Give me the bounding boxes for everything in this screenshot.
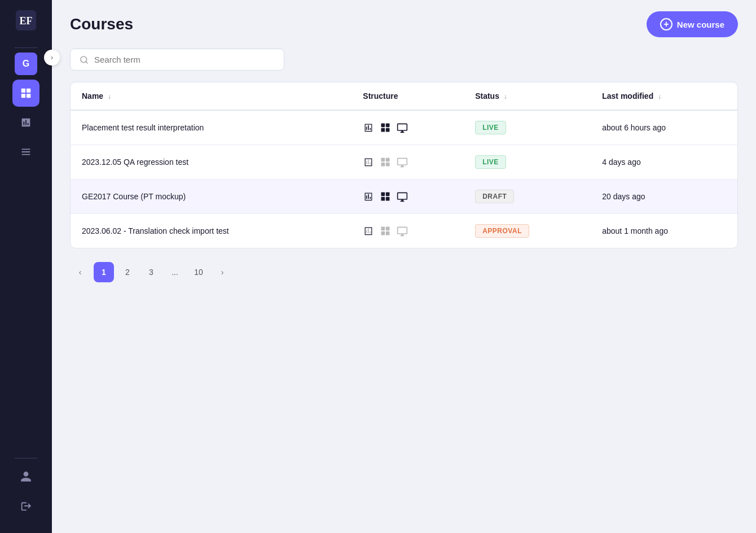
search-wrapper xyxy=(70,49,738,71)
svg-rect-2 xyxy=(21,89,25,93)
page-10-button[interactable]: 10 xyxy=(188,262,209,282)
sidebar-item-reports[interactable] xyxy=(12,109,39,136)
svg-text:EF: EF xyxy=(19,15,32,27)
sidebar-collapse-button[interactable]: › xyxy=(44,50,60,65)
sidebar-item-library[interactable] xyxy=(12,138,39,165)
avatar[interactable]: G xyxy=(15,53,37,75)
status-badge: LIVE xyxy=(475,121,506,134)
header: Courses + New course xyxy=(52,0,756,49)
next-page-button[interactable]: › xyxy=(212,262,232,282)
name-sort-icon: ↓ xyxy=(108,93,111,101)
last-modified-sort-icon: ↓ xyxy=(658,93,661,101)
svg-rect-19 xyxy=(386,197,390,201)
profile-icon xyxy=(20,470,32,483)
course-last-modified: about 6 hours ago xyxy=(591,110,737,145)
svg-rect-10 xyxy=(381,128,385,132)
plus-icon: + xyxy=(660,18,673,30)
svg-rect-15 xyxy=(386,163,390,167)
course-structure xyxy=(351,214,464,248)
table-row[interactable]: GE2017 Course (PT mockup)DRAFT20 days ag… xyxy=(71,180,737,214)
course-status: APPROVAL xyxy=(464,214,591,248)
page-3-button[interactable]: 3 xyxy=(141,262,161,282)
bar-chart-icon xyxy=(363,191,374,202)
col-structure: Structure xyxy=(351,82,464,110)
sidebar-item-logout[interactable] xyxy=(12,492,39,519)
sidebar-item-courses[interactable] xyxy=(12,80,39,107)
svg-rect-23 xyxy=(386,231,390,235)
pagination-dots: ... xyxy=(165,262,185,282)
sidebar-bottom-nav xyxy=(12,463,39,526)
logo: EF xyxy=(12,7,39,34)
svg-rect-18 xyxy=(381,197,385,201)
col-last-modified[interactable]: Last modified ↓ xyxy=(591,82,737,110)
svg-rect-3 xyxy=(27,89,30,93)
svg-rect-9 xyxy=(386,124,390,128)
grid-icon xyxy=(380,225,391,237)
page-1-button[interactable]: 1 xyxy=(94,262,114,282)
new-course-label: New course xyxy=(677,20,724,29)
col-name[interactable]: Name ↓ xyxy=(71,82,351,110)
monitor-icon xyxy=(397,225,408,237)
table-row[interactable]: Placement test result interpretationLIVE… xyxy=(71,110,737,145)
course-last-modified: 20 days ago xyxy=(591,180,737,214)
monitor-icon xyxy=(397,191,408,202)
table: Name ↓ Structure Status ↓ Last modified xyxy=(71,82,737,248)
status-badge: LIVE xyxy=(475,155,506,169)
svg-rect-5 xyxy=(27,94,30,98)
svg-rect-13 xyxy=(386,158,390,162)
courses-icon xyxy=(20,87,32,99)
grid-icon xyxy=(380,156,391,168)
svg-rect-11 xyxy=(386,128,390,132)
status-sort-icon: ↓ xyxy=(504,93,507,101)
svg-rect-20 xyxy=(381,227,385,231)
svg-rect-21 xyxy=(386,227,390,231)
course-status: DRAFT xyxy=(464,180,591,214)
pagination: ‹ 1 2 3 ... 10 › xyxy=(70,262,738,282)
sidebar: EF › G xyxy=(0,0,52,533)
svg-rect-4 xyxy=(21,94,25,98)
prev-page-button[interactable]: ‹ xyxy=(70,262,90,282)
table-body: Placement test result interpretationLIVE… xyxy=(71,110,737,248)
sidebar-item-profile[interactable] xyxy=(12,463,39,490)
sidebar-nav xyxy=(0,80,52,458)
content-area: Name ↓ Structure Status ↓ Last modified xyxy=(52,49,756,533)
library-icon xyxy=(20,146,32,158)
col-status[interactable]: Status ↓ xyxy=(464,82,591,110)
svg-rect-12 xyxy=(381,158,385,162)
status-badge: APPROVAL xyxy=(475,224,529,238)
search-input[interactable] xyxy=(94,55,275,64)
table-row[interactable]: 2023.06.02 - Translation check import te… xyxy=(71,214,737,248)
svg-rect-22 xyxy=(381,231,385,235)
monitor-icon xyxy=(397,122,408,133)
svg-rect-14 xyxy=(381,163,385,167)
course-last-modified: about 1 month ago xyxy=(591,214,737,248)
svg-rect-16 xyxy=(381,193,385,196)
table-header: Name ↓ Structure Status ↓ Last modified xyxy=(71,82,737,110)
svg-rect-8 xyxy=(381,124,385,128)
course-structure xyxy=(351,180,464,214)
grid-icon xyxy=(380,191,391,202)
grid-icon xyxy=(380,122,391,133)
monitor-icon xyxy=(397,156,408,168)
new-course-button[interactable]: + New course xyxy=(647,11,738,37)
course-name: GE2017 Course (PT mockup) xyxy=(71,180,351,214)
course-last-modified: 4 days ago xyxy=(591,145,737,180)
page-2-button[interactable]: 2 xyxy=(117,262,138,282)
main-content: Courses + New course Name xyxy=(52,0,756,533)
svg-rect-17 xyxy=(386,193,390,196)
course-structure xyxy=(351,110,464,145)
logout-icon xyxy=(20,500,32,512)
courses-table: Name ↓ Structure Status ↓ Last modified xyxy=(70,82,738,248)
course-name: Placement test result interpretation xyxy=(71,110,351,145)
svg-line-7 xyxy=(86,62,87,63)
course-status: LIVE xyxy=(464,145,591,180)
sidebar-divider-top xyxy=(15,47,37,48)
sidebar-divider-bottom xyxy=(15,458,37,458)
bar-chart-icon xyxy=(363,122,374,133)
course-status: LIVE xyxy=(464,110,591,145)
course-name: 2023.12.05 QA regression test xyxy=(71,145,351,180)
table-row[interactable]: 2023.12.05 QA regression testLIVE4 days … xyxy=(71,145,737,180)
course-structure xyxy=(351,145,464,180)
page-title: Courses xyxy=(70,15,133,33)
reports-icon xyxy=(20,116,32,129)
